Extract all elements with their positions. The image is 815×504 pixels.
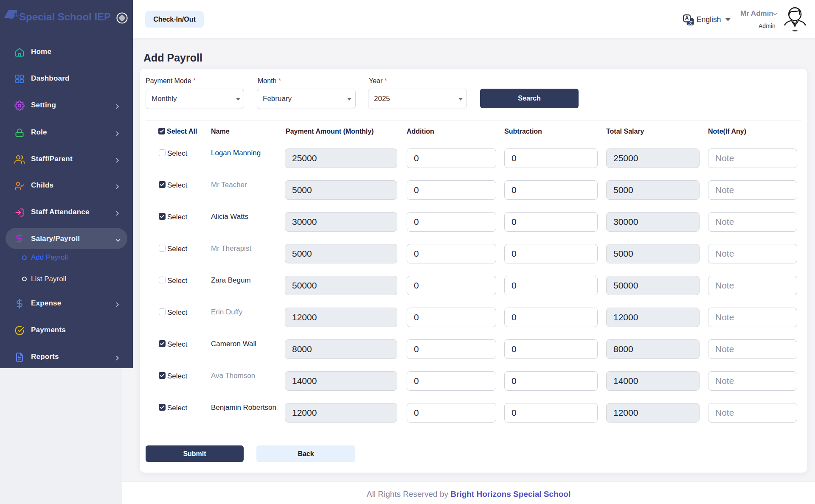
svg-text:A: A <box>685 15 689 21</box>
